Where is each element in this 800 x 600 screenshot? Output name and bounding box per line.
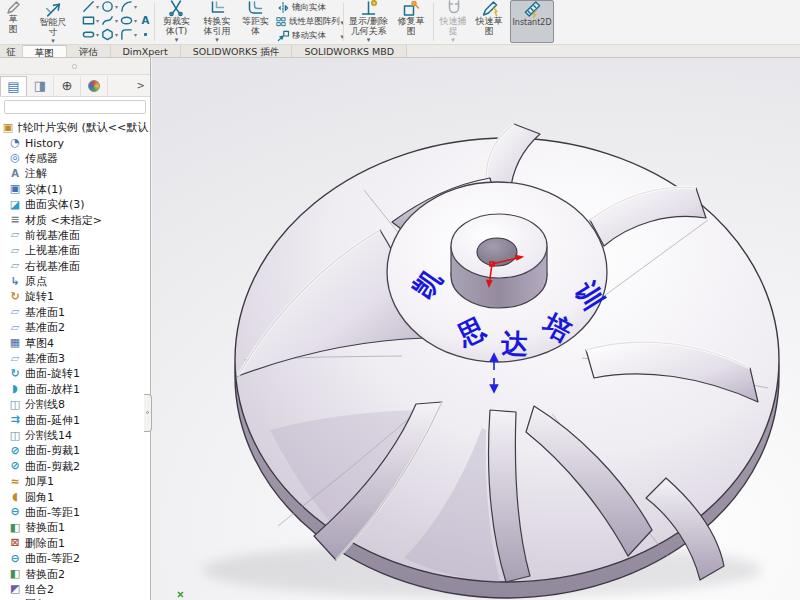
- sketch-text-icon: A: [139, 14, 152, 27]
- graphics-viewport[interactable]: 凯 思 达 培 训: [152, 58, 800, 600]
- tab-display-manager[interactable]: [81, 76, 108, 96]
- convert-caret[interactable]: ▾: [197, 37, 237, 43]
- panel-top-strip: [0, 58, 150, 75]
- line-tool[interactable]: ▾: [82, 0, 100, 13]
- tree-item[interactable]: 替换面2: [0, 566, 149, 581]
- panel-splitter-handle[interactable]: [144, 394, 152, 432]
- plane-icon: [8, 260, 22, 272]
- surface-loft-icon: [8, 383, 22, 395]
- spline-tool[interactable]: ▾: [101, 14, 119, 27]
- tree-item[interactable]: 分割线14: [0, 428, 149, 443]
- tree-item[interactable]: 删除面1: [0, 536, 149, 551]
- tree-item[interactable]: 注解: [0, 166, 149, 181]
- tree-item[interactable]: 传感器: [0, 151, 149, 166]
- tab-evaluate[interactable]: 评估: [67, 45, 111, 57]
- sketch-point-marker: [178, 592, 183, 597]
- splitter-dot: [146, 411, 149, 414]
- display-relations-caret[interactable]: ▾: [346, 37, 391, 43]
- slot-tool[interactable]: ▾: [82, 28, 100, 41]
- tree-item[interactable]: 上视基准面: [0, 243, 149, 258]
- offset-entities-button[interactable]: 等距实体: [238, 0, 273, 45]
- repair-sketch-button[interactable]: 修复草图: [393, 0, 429, 45]
- rapid-sketch-button[interactable]: 快速草图: [472, 0, 506, 45]
- tree-item[interactable]: 组合2: [0, 582, 149, 597]
- polygon-tool[interactable]: ▾: [101, 28, 119, 41]
- tree-root-item[interactable]: 叶轮叶片实例 (默认<<默认>_显示状态 1: [0, 120, 149, 135]
- quick-snaps-label: 快速捕捉: [439, 17, 467, 36]
- smart-dimension-label: 智能尺寸: [39, 18, 68, 37]
- tree-item[interactable]: 草图4: [0, 335, 149, 350]
- surface-trim-icon: [8, 445, 22, 457]
- watermark-char: 达: [500, 326, 528, 363]
- mirror-entities-label: 镜向实体: [292, 3, 326, 13]
- display-relations-button[interactable]: 显示/删除几何关系 ▾: [346, 0, 391, 45]
- tree-item[interactable]: 材质 <未指定>: [0, 212, 149, 227]
- arc-tool[interactable]: ▾: [120, 0, 138, 13]
- tree-item[interactable]: 替换面1: [0, 520, 149, 535]
- linear-pattern-icon: [276, 15, 287, 29]
- tree-item[interactable]: 曲面-等距2: [0, 551, 149, 566]
- convert-entities-icon: [208, 0, 227, 17]
- tab-solidworks-mbd[interactable]: SOLIDWORKS MBD: [292, 45, 407, 57]
- tree-item[interactable]: 旋转1: [0, 289, 149, 304]
- linear-pattern-label: 线性草图阵列: [289, 17, 340, 27]
- tab-solidworks-addins[interactable]: SOLIDWORKS 插件: [181, 45, 293, 57]
- tree-item[interactable]: 实体(1): [0, 182, 149, 197]
- tree-item[interactable]: 曲面-延伸1: [0, 412, 149, 427]
- sensors-icon: [8, 152, 22, 164]
- tree-item[interactable]: 基准面1: [0, 305, 149, 320]
- tree-filter-input[interactable]: [4, 100, 146, 114]
- tree-item[interactable]: 曲面-旋转1: [0, 366, 149, 381]
- surface-offset-icon: [8, 506, 22, 518]
- tree-item[interactable]: 加厚1: [0, 474, 149, 489]
- tree-item[interactable]: 右视基准面: [0, 259, 149, 274]
- tab-sketch[interactable]: 草图: [23, 45, 67, 57]
- sketch-fillet-tool[interactable]: ▾: [120, 28, 138, 41]
- tree-item[interactable]: History: [0, 135, 149, 150]
- instant2d-button[interactable]: Instant2D: [510, 0, 554, 43]
- trim-entities-button[interactable]: 剪裁实体(T) ▾: [157, 0, 196, 45]
- plane-icon: [8, 306, 22, 318]
- tree-item[interactable]: 曲面实体(3): [0, 197, 149, 212]
- tree-item[interactable]: 前视基准面: [0, 228, 149, 243]
- tab-configuration-manager[interactable]: ⊕: [54, 76, 81, 96]
- manager-tab-bar: ▤ ◨ ⊕ >: [0, 75, 150, 97]
- mirror-entities-button[interactable]: 镜向实体: [276, 1, 340, 15]
- surface-extend-icon: [8, 414, 22, 426]
- tab-property-manager[interactable]: ◨: [27, 76, 54, 96]
- tree-item[interactable]: 基准面2: [0, 320, 149, 335]
- convert-entities-button[interactable]: 转换实体引用 ▾: [197, 0, 237, 45]
- group-separator: [154, 3, 155, 41]
- smart-dimension-button[interactable]: 智能尺寸 ▾: [28, 0, 78, 45]
- spline-icon: [101, 14, 114, 27]
- linear-pattern-button[interactable]: 线性草图阵列 ▾: [276, 15, 340, 29]
- panel-splitter-dot[interactable]: [72, 64, 77, 69]
- tab-features[interactable]: 征: [0, 45, 23, 57]
- ellipse-tool[interactable]: ▾: [120, 14, 138, 27]
- tree-item[interactable]: 圆角1: [0, 489, 149, 504]
- configuration-manager-icon: ⊕: [62, 78, 73, 93]
- tree-item[interactable]: 曲面-剪裁1: [0, 443, 149, 458]
- plane-icon: [8, 245, 22, 257]
- circle-tool[interactable]: ▾: [101, 0, 119, 13]
- exit-sketch-button[interactable]: 草图: [0, 0, 26, 45]
- trim-caret[interactable]: ▾: [157, 37, 196, 43]
- rectangle-tool[interactable]: ▾: [82, 14, 100, 27]
- move-entities-button[interactable]: 移动实体 ▾: [276, 29, 340, 43]
- tree-item[interactable]: 曲面-放样1: [0, 382, 149, 397]
- plane-icon: [8, 322, 22, 334]
- tree-item[interactable]: 分割线8: [0, 397, 149, 412]
- tree-item[interactable]: 曲面-剪裁2: [0, 459, 149, 474]
- tab-feature-manager[interactable]: ▤: [0, 76, 27, 96]
- smart-dimension-caret[interactable]: ▾: [28, 38, 78, 44]
- tree-item[interactable]: 原点: [0, 274, 149, 289]
- panel-expand-arrow[interactable]: >: [137, 80, 145, 91]
- origin-icon: [8, 276, 22, 288]
- tree-item[interactable]: 曲面-等距1: [0, 505, 149, 520]
- surface-revolve-icon: [8, 368, 22, 380]
- text-tool[interactable]: A: [139, 14, 152, 27]
- tree-item[interactable]: 基准面3: [0, 351, 149, 366]
- tab-dimxpert[interactable]: DimXpert: [111, 45, 181, 57]
- point-tool[interactable]: [139, 28, 152, 41]
- trim-entities-label: 剪裁实体(T): [162, 17, 191, 36]
